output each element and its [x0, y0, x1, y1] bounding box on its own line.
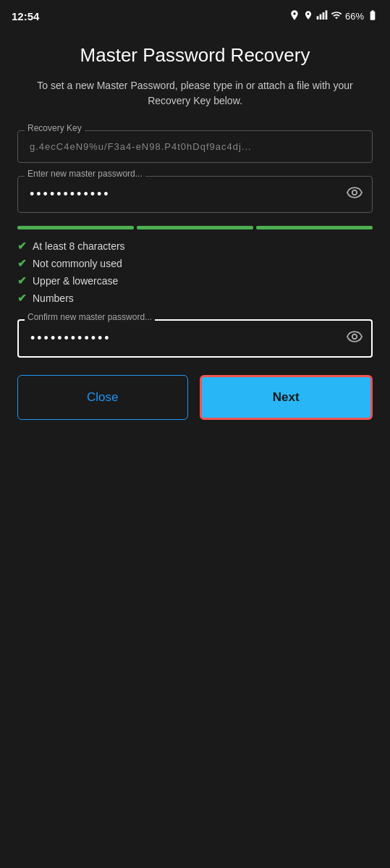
- check-icon-1: ✔: [17, 240, 27, 253]
- svg-rect-3: [326, 10, 328, 20]
- check-icon-2: ✔: [17, 257, 27, 270]
- validation-item-4: ✔ Numbers: [17, 292, 373, 305]
- battery-text: 66%: [345, 11, 364, 22]
- new-password-wrapper: [17, 176, 373, 213]
- new-password-toggle-icon[interactable]: [347, 185, 363, 204]
- new-password-label: Enter new master password...: [25, 169, 145, 179]
- validation-item-3: ✔ Upper & lowercase: [17, 274, 373, 287]
- recovery-key-input[interactable]: [17, 130, 373, 163]
- check-icon-4: ✔: [17, 292, 27, 305]
- validation-text-2: Not commonly used: [33, 258, 122, 269]
- validation-item-1: ✔ At least 8 characters: [17, 240, 373, 253]
- confirm-password-toggle-icon[interactable]: [347, 329, 363, 348]
- new-password-group: Enter new master password...: [17, 176, 373, 213]
- status-bar: 12:54 66%: [0, 0, 390, 29]
- strength-segment-1: [17, 226, 134, 229]
- wifi-icon: [331, 9, 342, 23]
- confirm-password-label: Confirm new master password...: [25, 312, 155, 322]
- page-description: To set a new Master Password, please typ…: [17, 78, 373, 109]
- confirm-password-wrapper: [17, 319, 373, 358]
- validation-text-3: Upper & lowercase: [33, 275, 118, 287]
- close-button[interactable]: Close: [17, 375, 188, 420]
- new-password-input[interactable]: [17, 176, 373, 213]
- confirm-password-input[interactable]: [17, 319, 373, 358]
- confirm-password-group: Confirm new master password...: [17, 319, 373, 358]
- recovery-key-label: Recovery Key: [25, 123, 85, 133]
- check-icon-3: ✔: [17, 274, 27, 287]
- alarm-icon: [289, 9, 300, 23]
- svg-point-4: [352, 190, 357, 195]
- validation-list: ✔ At least 8 characters ✔ Not commonly u…: [17, 240, 373, 305]
- strength-bar: [17, 226, 373, 229]
- svg-rect-0: [317, 16, 319, 20]
- main-content: Master Password Recovery To set a new Ma…: [0, 29, 390, 437]
- strength-segment-2: [137, 226, 253, 229]
- svg-point-5: [352, 334, 357, 339]
- validation-item-2: ✔ Not commonly used: [17, 257, 373, 270]
- buttons-row: Close Next: [17, 375, 373, 420]
- battery-icon: [367, 9, 378, 23]
- page-title: Master Password Recovery: [17, 43, 373, 68]
- svg-rect-2: [323, 12, 325, 20]
- recovery-key-group: Recovery Key: [17, 130, 373, 163]
- validation-text-1: At least 8 characters: [33, 240, 125, 252]
- status-time: 12:54: [12, 10, 39, 22]
- signal-icon: [316, 9, 328, 23]
- strength-segment-3: [256, 226, 373, 229]
- location-icon: [303, 10, 313, 22]
- status-icons: 66%: [289, 9, 378, 23]
- svg-rect-1: [320, 14, 322, 19]
- next-button[interactable]: Next: [200, 375, 373, 420]
- validation-text-4: Numbers: [33, 292, 74, 304]
